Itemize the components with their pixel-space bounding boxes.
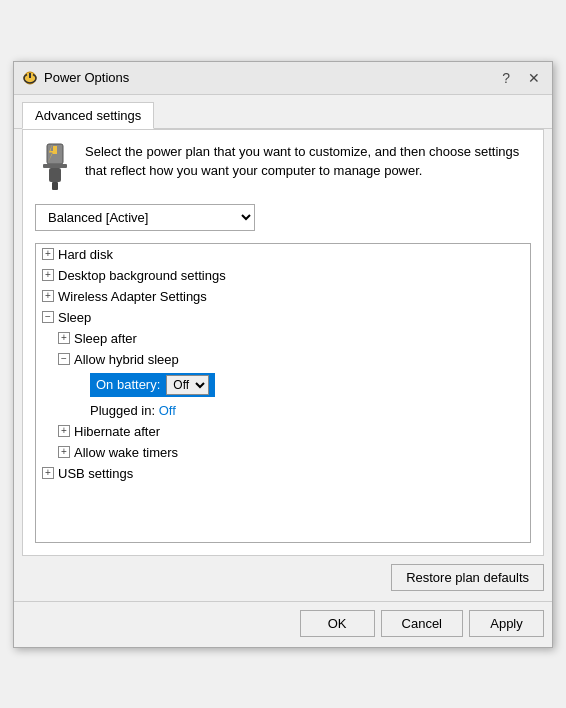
restore-defaults-button[interactable]: Restore plan defaults (391, 564, 544, 591)
ok-button[interactable]: OK (300, 610, 375, 637)
expand-sleep[interactable]: − (42, 311, 54, 323)
pluggedin-value[interactable]: Off (159, 403, 176, 418)
tree-item-usb[interactable]: + USB settings (36, 463, 530, 484)
tab-bar: Advanced settings (14, 95, 552, 129)
on-battery-select[interactable]: Off On (166, 375, 209, 395)
tree-item-sleep-after[interactable]: + Sleep after (36, 328, 530, 349)
expand-wireless[interactable]: + (42, 290, 54, 302)
dialog-title: Power Options (44, 70, 129, 85)
power-options-dialog: Power Options ? ✕ Advanced settings (13, 61, 553, 648)
tree-label-sleep: Sleep (58, 310, 91, 325)
svg-rect-5 (52, 182, 58, 190)
tree-label-sleep-after: Sleep after (74, 331, 137, 346)
footer-buttons: OK Cancel Apply (14, 601, 552, 647)
expand-usb[interactable]: + (42, 467, 54, 479)
plan-dropdown[interactable]: Balanced [Active] Power saver High perfo… (35, 204, 255, 231)
content-area: Select the power plan that you want to c… (22, 129, 544, 556)
tree-item-harddisk[interactable]: + Hard disk (36, 244, 530, 265)
on-battery-row[interactable]: On battery: Off On (36, 370, 530, 400)
cancel-button[interactable]: Cancel (381, 610, 463, 637)
tree-label-wireless: Wireless Adapter Settings (58, 289, 207, 304)
description-text: Select the power plan that you want to c… (85, 142, 531, 192)
tree-item-sleep[interactable]: − Sleep (36, 307, 530, 328)
close-button[interactable]: ✕ (524, 68, 544, 88)
svg-rect-3 (43, 164, 67, 168)
help-button[interactable]: ? (498, 68, 514, 88)
title-bar: Power Options ? ✕ (14, 62, 552, 95)
advanced-settings-tab[interactable]: Advanced settings (22, 102, 154, 129)
on-battery-label[interactable]: On battery: Off On (90, 373, 215, 397)
pluggedin-row: Plugged in: Off (36, 400, 530, 421)
title-bar-left: Power Options (22, 70, 129, 86)
tree-label-usb: USB settings (58, 466, 133, 481)
tree-item-hibernate[interactable]: + Hibernate after (36, 421, 530, 442)
tree-label-desktop-bg: Desktop background settings (58, 268, 226, 283)
tree-item-hybrid-sleep[interactable]: − Allow hybrid sleep (36, 349, 530, 370)
power-options-icon (22, 70, 38, 86)
svg-rect-4 (49, 168, 61, 182)
svg-rect-2 (53, 146, 57, 154)
title-bar-controls: ? ✕ (498, 68, 544, 88)
expand-wake-timers[interactable]: + (58, 446, 70, 458)
expand-desktop-bg[interactable]: + (42, 269, 54, 281)
expand-harddisk[interactable]: + (42, 248, 54, 260)
tree-container[interactable]: + Hard disk + Desktop background setting… (35, 243, 531, 543)
tree-item-wireless[interactable]: + Wireless Adapter Settings (36, 286, 530, 307)
bottom-section: Restore plan defaults (22, 564, 544, 597)
on-battery-label-text: On battery: (96, 377, 160, 392)
tree-label-hibernate: Hibernate after (74, 424, 160, 439)
power-plug-icon (35, 142, 75, 192)
expand-sleep-after[interactable]: + (58, 332, 70, 344)
tree-item-wake-timers[interactable]: + Allow wake timers (36, 442, 530, 463)
expand-hybrid-sleep[interactable]: − (58, 353, 70, 365)
pluggedin-label: Plugged in: (90, 403, 155, 418)
tree-label-hybrid-sleep: Allow hybrid sleep (74, 352, 179, 367)
expand-hibernate[interactable]: + (58, 425, 70, 437)
description-area: Select the power plan that you want to c… (35, 142, 531, 192)
tree-label-wake-timers: Allow wake timers (74, 445, 178, 460)
tree-label-harddisk: Hard disk (58, 247, 113, 262)
tree-item-desktop-bg[interactable]: + Desktop background settings (36, 265, 530, 286)
apply-button[interactable]: Apply (469, 610, 544, 637)
